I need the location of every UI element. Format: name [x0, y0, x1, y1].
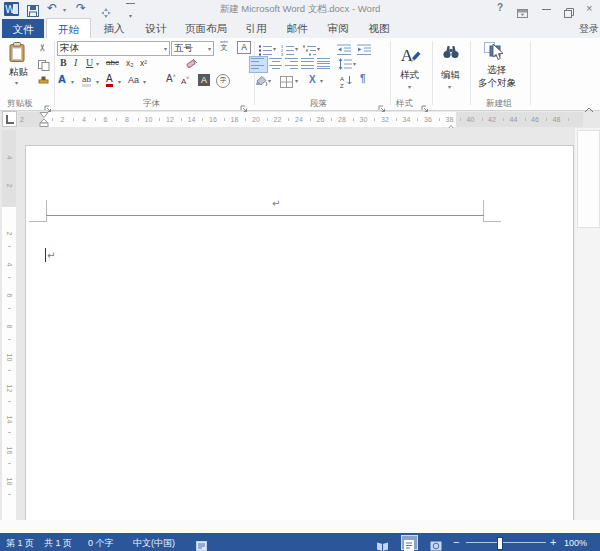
web-layout-icon[interactable] [430, 537, 442, 551]
line-spacing-icon[interactable] [338, 57, 352, 75]
undo-icon[interactable]: ↶ [47, 1, 57, 15]
text-effects-icon[interactable]: A [58, 73, 66, 85]
font-color-icon[interactable]: A [106, 73, 113, 87]
mouse-cursor [492, 44, 504, 65]
status-page[interactable]: 第 1 页 [6, 537, 34, 549]
character-border-icon[interactable]: A [237, 41, 251, 54]
horizontal-ruler[interactable]: 2 24681012141618202224262830323436384042… [18, 112, 583, 127]
help-icon[interactable]: ? [497, 3, 503, 13]
cut-icon[interactable]: ✂ [37, 43, 48, 51]
find-binoculars-icon[interactable] [442, 44, 460, 63]
tab-design[interactable]: 设计 [138, 18, 174, 38]
status-total-pages[interactable]: 共 1 页 [44, 537, 72, 549]
proofing-icon[interactable] [196, 537, 207, 551]
strikethrough-button[interactable]: abc [106, 58, 119, 67]
underline-dropdown-icon[interactable]: ▾ [96, 61, 99, 67]
sort-icon[interactable]: AZ [340, 74, 353, 92]
superscript-button[interactable]: x² [140, 58, 147, 68]
highlight-dropdown-icon[interactable]: ▾ [96, 79, 99, 85]
font-name-combo[interactable]: 宋体▾ [57, 41, 170, 56]
status-word-count[interactable]: 0 个字 [88, 537, 114, 549]
increase-indent-icon[interactable] [357, 42, 371, 60]
select-objects-label-1[interactable]: 选择 [487, 64, 506, 77]
multilevel-dropdown-icon[interactable]: ▾ [317, 46, 320, 52]
select-objects-label-2[interactable]: 多个对象 [478, 77, 516, 90]
ruler-number: 30 [358, 116, 370, 123]
horizontal-scrollbar[interactable] [0, 520, 600, 533]
show-marks-icon[interactable]: ¶ [360, 73, 366, 84]
document-page[interactable]: ↵ ↵ [25, 145, 574, 521]
align-center-icon[interactable] [269, 58, 282, 69]
align-right-icon[interactable] [285, 58, 298, 69]
clear-formatting-icon[interactable] [185, 56, 199, 74]
change-case-icon[interactable]: Aa [128, 75, 139, 85]
vertical-ruler[interactable]: 4224681012141618 [2, 130, 16, 520]
zoom-slider-thumb[interactable] [497, 537, 503, 550]
tab-view[interactable]: 视图 [361, 18, 397, 38]
editing-dropdown-icon[interactable]: ▾ [448, 84, 451, 90]
zoom-slider-track[interactable] [466, 542, 546, 543]
clipboard-group-label: 剪贴板 [7, 98, 33, 110]
shrink-font-icon[interactable]: A˅ [181, 75, 189, 86]
format-painter-icon[interactable] [38, 70, 50, 88]
paste-clipboard-icon[interactable] [9, 42, 26, 67]
zoom-level[interactable]: 100% [564, 537, 587, 549]
undo-dropdown-icon[interactable]: ▾ [63, 7, 66, 13]
line-spacing-dropdown-icon[interactable]: ▾ [353, 61, 356, 67]
subscript-button[interactable]: x₂ [126, 58, 134, 68]
tab-file[interactable]: 文件 [2, 19, 44, 38]
tab-references[interactable]: 引用 [238, 18, 274, 38]
paste-dropdown-icon[interactable]: ▾ [15, 80, 18, 86]
horizontal-line[interactable] [46, 215, 484, 216]
tab-page-layout[interactable]: 页面布局 [179, 18, 233, 38]
underline-button[interactable]: U [86, 57, 93, 69]
change-case-dropdown-icon[interactable]: ▾ [143, 79, 146, 85]
borders-dropdown-icon[interactable]: ▾ [295, 78, 298, 84]
paste-button[interactable]: 粘贴 [9, 66, 28, 79]
bold-button[interactable]: B [60, 57, 67, 69]
tab-insert[interactable]: 插入 [95, 18, 133, 38]
font-size-combo[interactable]: 五号▾ [171, 41, 214, 56]
zoom-in-button[interactable]: + [550, 536, 556, 548]
phonetic-guide-icon[interactable]: wén 文 [217, 40, 231, 52]
font-color-dropdown-icon[interactable]: ▾ [118, 79, 121, 85]
bullets-dropdown-icon[interactable]: ▾ [273, 46, 276, 52]
ruler-number: 6 [100, 116, 112, 123]
tab-mailings[interactable]: 邮件 [279, 18, 315, 38]
align-left-icon[interactable] [251, 58, 264, 69]
justify-icon[interactable] [301, 58, 314, 69]
ruler-number: 22 [272, 116, 284, 123]
tab-home[interactable]: 开始 [46, 18, 91, 39]
italic-button[interactable]: I [74, 57, 77, 69]
text-effects-dropdown-icon[interactable]: ▾ [71, 79, 74, 85]
read-mode-icon[interactable] [376, 537, 389, 551]
tab-selector-button[interactable] [2, 111, 17, 127]
redo-icon[interactable]: ↷ [76, 1, 86, 15]
styles-dropdown-icon[interactable]: ▾ [408, 84, 411, 90]
print-layout-icon[interactable] [404, 537, 414, 551]
borders-icon[interactable] [280, 74, 293, 92]
character-shading-icon[interactable]: A [198, 74, 210, 86]
shading-dropdown-icon[interactable]: ▾ [268, 78, 271, 84]
grow-font-icon[interactable]: A˄ [166, 73, 176, 84]
shading-icon[interactable] [254, 74, 268, 92]
minimize-icon[interactable] [542, 9, 551, 10]
asian-layout-dropdown-icon[interactable]: ▾ [320, 78, 323, 84]
vertical-scrollbar[interactable] [575, 128, 600, 520]
tab-review[interactable]: 审阅 [320, 18, 356, 38]
editing-button[interactable]: 编辑 [441, 69, 460, 82]
enclose-characters-icon[interactable]: 字 [216, 74, 230, 88]
highlight-color-icon[interactable]: ab [82, 75, 91, 87]
status-language[interactable]: 中文(中国) [133, 537, 175, 549]
zoom-out-button[interactable]: − [453, 536, 459, 548]
numbering-dropdown-icon[interactable]: ▾ [295, 46, 298, 52]
quick-styles-icon[interactable]: A [398, 43, 422, 71]
asian-layout-icon[interactable]: X [309, 74, 316, 85]
collapse-ribbon-icon[interactable] [584, 99, 594, 117]
svg-text:A: A [401, 46, 414, 65]
styles-button[interactable]: 样式 [400, 69, 419, 82]
distribute-icon[interactable] [317, 58, 330, 69]
scrollbar-thumb[interactable] [577, 130, 600, 228]
signin-link[interactable]: 登录 [579, 22, 599, 36]
close-icon[interactable]: × [586, 3, 592, 13]
